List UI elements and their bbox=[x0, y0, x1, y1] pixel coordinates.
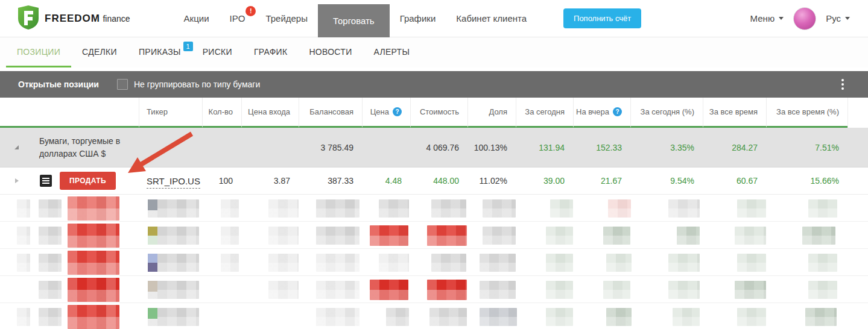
positions-table: ТикерКол-воЦена входаБалансоваяЦена?Стои… bbox=[0, 98, 868, 329]
redacted-cell bbox=[483, 227, 516, 245]
cell-today-pct: 9.54% bbox=[630, 176, 703, 186]
column-header-label: Цена входа bbox=[248, 107, 290, 116]
column-header-label: За все время bbox=[709, 107, 758, 116]
redacted-cell bbox=[39, 199, 62, 218]
redacted-cell bbox=[735, 227, 766, 245]
redacted-row bbox=[0, 222, 868, 249]
redacted-row bbox=[0, 249, 868, 276]
redacted-cell bbox=[68, 305, 119, 329]
column-header-label: Тикер bbox=[147, 107, 168, 116]
tab-alerts[interactable]: АЛЕРТЫ bbox=[363, 37, 421, 67]
redacted-cell bbox=[546, 308, 573, 326]
column-header-today_pct[interactable]: За сегодня (%) bbox=[630, 98, 703, 128]
redacted-cell bbox=[17, 308, 30, 326]
tab-chart[interactable]: ГРАФИК bbox=[243, 37, 299, 67]
redacted-cell bbox=[802, 227, 835, 245]
tab-label: НОВОСТИ bbox=[309, 47, 352, 57]
redacted-cell bbox=[17, 227, 30, 245]
nav-item-stocks[interactable]: Акции bbox=[174, 0, 220, 37]
tab-label: СДЕЛКИ bbox=[82, 47, 117, 57]
tab-positions[interactable]: ПОЗИЦИИ bbox=[6, 37, 71, 67]
redacted-cell bbox=[221, 227, 239, 245]
tab-orders[interactable]: ПРИКАЗЫ1 bbox=[128, 37, 192, 67]
cell-value: 448.00 bbox=[410, 176, 467, 186]
group-alltime-pct: 7.51% bbox=[766, 143, 847, 152]
tab-deals[interactable]: СДЕЛКИ bbox=[71, 37, 128, 67]
column-header-qty[interactable]: Кол-во bbox=[202, 98, 241, 128]
redacted-cell bbox=[550, 199, 573, 218]
kebab-menu-icon[interactable] bbox=[839, 77, 846, 92]
column-header-price[interactable]: Цена? bbox=[362, 98, 410, 128]
redacted-cell bbox=[39, 254, 62, 272]
tab-news[interactable]: НОВОСТИ bbox=[298, 37, 363, 67]
language-label: Рус bbox=[826, 13, 841, 24]
redacted-cell bbox=[427, 225, 467, 246]
redacted-cell bbox=[268, 254, 299, 272]
menu-dropdown[interactable]: Меню bbox=[750, 13, 784, 24]
freedom-finance-logo[interactable]: FREEDOM finance bbox=[18, 5, 130, 32]
ungroup-checkbox[interactable] bbox=[117, 79, 128, 90]
language-dropdown[interactable]: Рус bbox=[826, 13, 850, 24]
tab-label: ПОЗИЦИИ bbox=[17, 47, 60, 57]
redacted-cell bbox=[608, 199, 631, 218]
topup-account-button[interactable]: Пополнить счёт bbox=[563, 8, 641, 28]
ticker-link[interactable]: SRT_IPO.US bbox=[147, 176, 200, 189]
redacted-cell bbox=[316, 308, 360, 326]
chevron-down-icon bbox=[845, 17, 850, 20]
column-header-today[interactable]: За сегодня bbox=[516, 98, 573, 128]
redacted-cell bbox=[268, 227, 299, 245]
tab-risks[interactable]: РИСКИ bbox=[192, 37, 243, 67]
redacted-cell bbox=[431, 254, 466, 272]
nav-item-ipo[interactable]: IPO! bbox=[220, 0, 256, 37]
nav-item-traders[interactable]: Трейдеры bbox=[255, 0, 318, 37]
column-header-label: Доля bbox=[489, 107, 507, 116]
column-header-label: Кол-во bbox=[209, 107, 233, 116]
user-avatar[interactable] bbox=[793, 7, 816, 30]
redacted-cell bbox=[737, 308, 766, 326]
column-header-ticker[interactable]: Тикер bbox=[139, 98, 202, 128]
redacted-cell bbox=[17, 254, 30, 272]
group-today: 131.94 bbox=[516, 143, 573, 152]
sell-button[interactable]: ПРОДАТЬ bbox=[60, 172, 116, 190]
redacted-cell bbox=[148, 199, 199, 218]
redacted-cell bbox=[316, 254, 360, 272]
expand-row-icon[interactable] bbox=[15, 178, 19, 183]
news-document-icon[interactable] bbox=[40, 175, 52, 187]
column-header-yesterday[interactable]: На вчера? bbox=[573, 98, 630, 128]
redacted-cell bbox=[39, 227, 62, 245]
redacted-cell bbox=[668, 281, 700, 299]
collapse-group-icon[interactable] bbox=[14, 145, 19, 149]
column-header-label: За сегодня bbox=[525, 107, 565, 116]
redacted-cell bbox=[148, 281, 199, 299]
help-icon[interactable]: ? bbox=[393, 107, 402, 116]
tab-label: РИСКИ bbox=[203, 47, 232, 57]
column-header-alltime_pct[interactable]: За все время (%) bbox=[766, 98, 847, 128]
redacted-row bbox=[0, 276, 868, 303]
redacted-cell bbox=[431, 199, 466, 218]
column-header-value[interactable]: Стоимость bbox=[410, 98, 467, 128]
redacted-cell bbox=[316, 281, 360, 299]
column-header-entry[interactable]: Цена входа bbox=[241, 98, 299, 128]
column-header-alltime[interactable]: За все время bbox=[703, 98, 766, 128]
redacted-cell bbox=[268, 199, 299, 218]
position-row-srt: ПРОДАТЬ SRT_IPO.US 100 3.87 387.33 4.48 … bbox=[0, 168, 868, 195]
column-header-label: Стоимость bbox=[420, 107, 459, 116]
cell-alltime-pct: 15.66% bbox=[766, 176, 847, 186]
column-header-share[interactable]: Доля bbox=[467, 98, 516, 128]
nav-item-charts[interactable]: Графики bbox=[390, 0, 446, 37]
redacted-cell bbox=[805, 308, 837, 326]
cell-entry-price: 3.87 bbox=[241, 176, 299, 186]
redacted-cell bbox=[370, 225, 408, 246]
group-share: 100.13% bbox=[467, 143, 516, 152]
group-alltime: 284.27 bbox=[703, 143, 766, 152]
column-header-label: Цена bbox=[370, 107, 389, 116]
nav-item-trade[interactable]: Торговать bbox=[318, 4, 390, 37]
redacted-cell bbox=[39, 281, 62, 299]
nav-item-cabinet[interactable]: Кабинет клиента bbox=[446, 0, 537, 37]
redacted-cell bbox=[429, 308, 467, 326]
column-header-label: На вчера bbox=[576, 107, 609, 116]
help-icon[interactable]: ? bbox=[613, 107, 622, 116]
redacted-cell bbox=[316, 227, 360, 245]
ungroup-checkbox-label: Не группировать по типу бумаги bbox=[134, 80, 260, 89]
column-header-balance[interactable]: Балансовая bbox=[299, 98, 362, 128]
